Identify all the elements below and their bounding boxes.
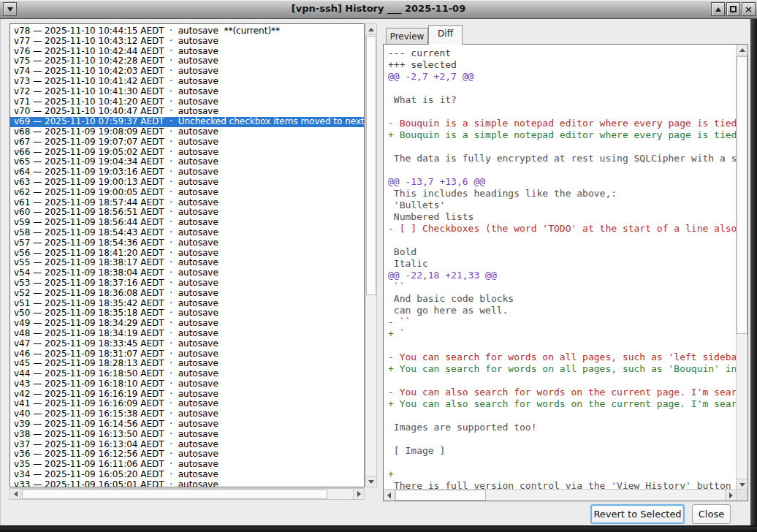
version-list-horizontal-scrollbar[interactable]: [9, 488, 365, 500]
version-list-item[interactable]: v63 — 2025-11-09 19:00:13 AEDT · autosav…: [10, 178, 364, 188]
arrow-right-icon: [357, 491, 361, 497]
diff-line: --- current: [388, 48, 736, 59]
scroll-right-arrow[interactable]: [725, 490, 736, 501]
version-list-item[interactable]: v61 — 2025-11-09 18:57:44 AEDT · autosav…: [10, 198, 364, 208]
version-list-item[interactable]: v73 — 2025-11-10 10:41:42 AEDT · autosav…: [10, 77, 364, 87]
version-list-item[interactable]: v69 — 2025-11-10 07:59:37 AEDT · Uncheck…: [10, 117, 364, 127]
diff-line: [388, 164, 736, 176]
version-list-item[interactable]: v70 — 2025-11-10 10:40:47 AEDT · autosav…: [10, 107, 364, 117]
version-list-item[interactable]: v67 — 2025-11-09 19:07:07 AEDT · autosav…: [10, 137, 364, 148]
version-list-item[interactable]: v68 — 2025-11-09 19:08:09 AEDT · autosav…: [10, 127, 364, 137]
version-list-item[interactable]: v41 — 2025-11-09 16:16:09 AEDT · autosav…: [10, 399, 364, 409]
window-frame-left: [0, 19, 1, 532]
version-list-item[interactable]: v46 — 2025-11-09 18:31:07 AEDT · autosav…: [10, 349, 364, 360]
version-list-item[interactable]: v72 — 2025-11-10 10:41:30 AEDT · autosav…: [10, 87, 364, 97]
diff-line: +: [388, 468, 736, 480]
title-bar[interactable]: [vpn-ssh] History ___ 2025-11-09 ×: [0, 0, 757, 19]
version-list-item[interactable]: v51 — 2025-11-09 18:35:42 AEDT · autosav…: [10, 299, 364, 309]
version-list-item[interactable]: v62 — 2025-11-09 19:00:05 AEDT · autosav…: [10, 188, 364, 198]
version-list-item[interactable]: v43 — 2025-11-09 16:18:10 AEDT · autosav…: [10, 379, 364, 390]
diff-line: [388, 141, 736, 153]
diff-line: + You can also search for words on the c…: [388, 398, 736, 410]
version-list-item[interactable]: v76 — 2025-11-10 10:42:44 AEDT · autosav…: [10, 47, 364, 57]
diff-line: Bold: [388, 246, 736, 258]
diff-line: What is it?: [388, 94, 736, 106]
version-list-item[interactable]: v60 — 2025-11-09 18:56:51 AEDT · autosav…: [10, 208, 364, 218]
version-list-item[interactable]: v52 — 2025-11-09 18:36:08 AEDT · autosav…: [10, 289, 364, 299]
version-list-item[interactable]: v38 — 2025-11-09 16:13:50 AEDT · autosav…: [10, 430, 364, 440]
version-list-item[interactable]: v48 — 2025-11-09 18:34:19 AEDT · autosav…: [10, 329, 364, 339]
diff-line: There is full version control via the 'V…: [388, 480, 736, 489]
version-list-item[interactable]: v66 — 2025-11-09 19:05:02 AEDT · autosav…: [10, 148, 364, 158]
diff-line: @@ -13,7 +13,6 @@: [388, 176, 736, 188]
version-list-item[interactable]: v64 — 2025-11-09 19:03:16 AEDT · autosav…: [10, 167, 364, 178]
diff-line: +++ selected: [388, 59, 736, 71]
diff-line: [388, 83, 736, 94]
arrow-down-icon: [368, 480, 374, 484]
scroll-left-arrow[interactable]: [10, 489, 21, 499]
version-list-item[interactable]: v75 — 2025-11-10 10:42:28 AEDT · autosav…: [10, 56, 364, 66]
diff-line: - You can also search for words on the c…: [388, 387, 736, 398]
version-list-item[interactable]: v71 — 2025-11-10 10:41:20 AEDT · autosav…: [10, 97, 364, 107]
diff-line: @@ -2,7 +2,7 @@: [388, 71, 736, 83]
version-list-item[interactable]: v56 — 2025-11-09 18:41:20 AEDT · autosav…: [10, 248, 364, 259]
version-list-vertical-scrollbar[interactable]: [365, 23, 377, 487]
version-list-item[interactable]: v36 — 2025-11-09 16:12:56 AEDT · autosav…: [10, 449, 364, 460]
version-list-item[interactable]: v42 — 2025-11-09 16:16:19 AEDT · autosav…: [10, 390, 364, 400]
scroll-down-arrow[interactable]: [737, 479, 748, 490]
tab-preview[interactable]: Preview: [386, 28, 428, 45]
diff-line: + Bouquin is a simple notepad editor whe…: [388, 129, 736, 141]
scrollbar-thumb[interactable]: [737, 56, 748, 334]
close-window-button[interactable]: ×: [742, 2, 756, 16]
diff-line: [388, 375, 736, 387]
scroll-up-arrow[interactable]: [366, 24, 376, 35]
version-list-item[interactable]: v54 — 2025-11-09 18:38:04 AEDT · autosav…: [10, 268, 364, 278]
version-list-item[interactable]: v39 — 2025-11-09 16:14:56 AEDT · autosav…: [10, 419, 364, 430]
tab-diff[interactable]: Diff: [428, 25, 463, 45]
version-list-item[interactable]: v49 — 2025-11-09 18:34:29 AEDT · autosav…: [10, 319, 364, 329]
history-window: [vpn-ssh] History ___ 2025-11-09 × v78 —…: [0, 0, 757, 532]
scroll-left-arrow[interactable]: [384, 490, 395, 501]
version-list-item[interactable]: v78 — 2025-11-10 10:44:15 AEDT · autosav…: [10, 26, 364, 37]
version-list-item[interactable]: v35 — 2025-11-09 16:11:06 AEDT · autosav…: [10, 460, 364, 470]
scrollbar-thumb[interactable]: [395, 490, 486, 501]
diff-line: ``: [388, 281, 736, 293]
diff-line: Numbered lists: [388, 211, 736, 223]
scrollbar-thumb[interactable]: [22, 489, 327, 499]
scrollbar-corner: [736, 489, 748, 501]
maximize-button[interactable]: [726, 2, 740, 16]
version-list-item[interactable]: v33 — 2025-11-09 16:05:01 AEDT · autosav…: [10, 480, 364, 487]
version-list-item[interactable]: v44 — 2025-11-09 16:18:50 AEDT · autosav…: [10, 369, 364, 379]
version-list-item[interactable]: v37 — 2025-11-09 16:13:04 AEDT · autosav…: [10, 440, 364, 450]
scroll-up-arrow[interactable]: [737, 45, 748, 56]
diff-vertical-scrollbar[interactable]: [736, 45, 748, 490]
revert-to-selected-button[interactable]: Revert to Selected: [590, 504, 685, 524]
scroll-right-arrow[interactable]: [353, 489, 364, 499]
version-list-item[interactable]: v58 — 2025-11-09 18:54:43 AEDT · autosav…: [10, 228, 364, 238]
version-list-item[interactable]: v77 — 2025-11-10 10:43:12 AEDT · autosav…: [10, 37, 364, 47]
scrollbar-thumb[interactable]: [366, 36, 376, 295]
scroll-down-arrow[interactable]: [366, 476, 376, 487]
shade-button[interactable]: [711, 2, 725, 16]
version-list-item[interactable]: v47 — 2025-11-09 18:33:45 AEDT · autosav…: [10, 339, 364, 349]
diff-line: [388, 340, 736, 352]
version-list-item[interactable]: v55 — 2025-11-09 18:38:17 AEDT · autosav…: [10, 258, 364, 268]
version-list-item[interactable]: v40 — 2025-11-09 16:15:38 AEDT · autosav…: [10, 409, 364, 419]
close-button[interactable]: Close: [692, 504, 731, 524]
version-list-item[interactable]: v53 — 2025-11-09 18:37:16 AEDT · autosav…: [10, 278, 364, 289]
version-list-item[interactable]: v50 — 2025-11-09 18:35:18 AEDT · autosav…: [10, 308, 364, 319]
version-list-item[interactable]: v57 — 2025-11-09 18:54:36 AEDT · autosav…: [10, 238, 364, 248]
version-list-item[interactable]: v45 — 2025-11-09 18:28:13 AEDT · autosav…: [10, 359, 364, 369]
version-list-item[interactable]: v34 — 2025-11-09 16:05:20 AEDT · autosav…: [10, 470, 364, 480]
diff-text-area[interactable]: --- current+++ selected@@ -2,7 +2,7 @@ W…: [384, 45, 736, 489]
diff-line: [388, 457, 736, 468]
version-list-item[interactable]: v65 — 2025-11-09 19:04:34 AEDT · autosav…: [10, 157, 364, 167]
diff-line: [388, 433, 736, 445]
diff-lines: --- current+++ selected@@ -2,7 +2,7 @@ W…: [388, 48, 736, 489]
arrow-right-icon: [729, 493, 733, 498]
version-list[interactable]: v78 — 2025-11-10 10:44:15 AEDT · autosav…: [9, 23, 365, 487]
diff-line: - Bouquin is a simple notepad editor whe…: [388, 118, 736, 129]
version-list-item[interactable]: v59 — 2025-11-09 18:56:44 AEDT · autosav…: [10, 218, 364, 228]
diff-horizontal-scrollbar[interactable]: [384, 489, 736, 501]
version-list-item[interactable]: v74 — 2025-11-10 10:42:03 AEDT · autosav…: [10, 66, 364, 77]
